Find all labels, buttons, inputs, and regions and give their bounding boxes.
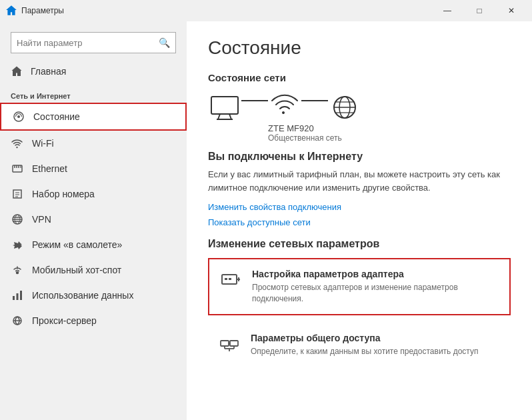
sidebar-item-wifi-label: Wi-Fi [32, 138, 54, 149]
sharing-settings-card[interactable]: Параметры общего доступа Определите, к к… [208, 323, 511, 367]
computer-icon-group [208, 94, 241, 121]
svg-rect-27 [225, 278, 227, 280]
dialup-icon [11, 187, 24, 201]
svg-rect-31 [221, 341, 229, 346]
sidebar-item-ethernet[interactable]: Ethernet [0, 156, 187, 181]
device-name: ZTE MF920 [268, 123, 511, 133]
home-label: Главная [31, 66, 66, 77]
sidebar-item-proxy[interactable]: Прокси-сервер [0, 308, 187, 333]
sidebar-item-status-label: Состояние [33, 111, 80, 122]
title-bar-left: Параметры [5, 5, 64, 17]
sidebar-item-datausage[interactable]: Использование данных [0, 283, 187, 308]
sidebar-item-ethernet-label: Ethernet [32, 163, 67, 174]
section-label: Сеть и Интернет [0, 84, 187, 103]
globe-icon [328, 94, 361, 121]
router-icon [268, 94, 301, 121]
sidebar-item-vpn[interactable]: VPN [0, 207, 187, 232]
sidebar-item-dialup[interactable]: Набор номера [0, 181, 187, 207]
airplane-icon [11, 238, 24, 251]
main-content: Состояние Состояние сети [187, 21, 532, 420]
svg-rect-32 [230, 341, 238, 346]
network-section-title: Состояние сети [208, 72, 511, 83]
sidebar-item-airplane[interactable]: Режим «в самолете» [0, 232, 187, 257]
svg-rect-28 [229, 278, 231, 280]
sidebar: 🔍 Главная Сеть и Интернет [0, 21, 187, 420]
adapter-description: Просмотр сетевых адаптеров и изменение п… [252, 282, 499, 305]
adapter-settings-card[interactable]: Настройка параметров адаптера Просмотр с… [208, 258, 511, 315]
svg-rect-14 [20, 291, 22, 300]
sidebar-item-wifi[interactable]: Wi-Fi [0, 131, 187, 156]
device-info: ZTE MF920 Общественная сеть [268, 123, 511, 143]
page-title: Состояние [208, 37, 511, 59]
datausage-icon [11, 289, 24, 302]
status-icon [12, 110, 25, 123]
close-button[interactable]: ✕ [496, 0, 527, 21]
app-icon [5, 5, 17, 17]
ethernet-icon [11, 162, 24, 175]
sidebar-item-hotspot[interactable]: Мобильный хот-спот [0, 257, 187, 283]
sidebar-item-datausage-label: Использование данных [32, 290, 133, 301]
svg-point-1 [17, 115, 20, 118]
net-line-1 [241, 100, 268, 101]
sidebar-item-vpn-label: VPN [32, 214, 51, 225]
proxy-icon [11, 314, 24, 327]
link-change-properties[interactable]: Изменить свойства подключения [208, 202, 511, 212]
search-icon: 🔍 [159, 37, 170, 48]
sidebar-item-airplane-label: Режим «в самолете» [32, 239, 122, 250]
sidebar-header: 🔍 [0, 21, 187, 59]
minimize-button[interactable]: — [432, 0, 463, 21]
wifi-icon [11, 137, 24, 150]
svg-line-18 [218, 114, 220, 119]
hotspot-icon [11, 263, 24, 277]
vpn-icon [11, 213, 24, 226]
sidebar-item-dialup-label: Набор номера [32, 189, 95, 199]
connected-title: Вы подключены к Интернету [208, 151, 511, 163]
adapter-icon [220, 270, 241, 291]
sharing-title: Параметры общего доступа [251, 333, 478, 343]
sidebar-item-hotspot-label: Мобильный хот-спот [32, 265, 121, 275]
window-title: Параметры [21, 6, 64, 15]
net-line-2 [301, 100, 328, 101]
sidebar-item-home[interactable]: Главная [0, 59, 187, 84]
search-box[interactable]: 🔍 [11, 32, 176, 53]
sidebar-item-proxy-label: Прокси-сервер [32, 315, 97, 326]
home-icon [11, 65, 23, 77]
svg-line-19 [229, 114, 231, 119]
change-section-title: Изменение сетевых параметров [208, 238, 511, 250]
search-input[interactable] [17, 38, 159, 48]
network-diagram [208, 94, 511, 121]
title-bar-controls: — □ ✕ [432, 0, 527, 21]
svg-rect-13 [17, 293, 19, 300]
network-type: Общественная сеть [268, 133, 511, 143]
svg-point-11 [17, 272, 19, 274]
maximize-button[interactable]: □ [464, 0, 495, 21]
sharing-card-text: Параметры общего доступа Определите, к к… [251, 333, 478, 357]
sidebar-item-status[interactable]: Состояние [0, 103, 187, 131]
router-icon-group [268, 94, 301, 121]
adapter-card-text: Настройка параметров адаптера Просмотр с… [252, 269, 499, 305]
window: Параметры — □ ✕ 🔍 Главная Сеть и Инте [0, 0, 532, 420]
content-area: 🔍 Главная Сеть и Интернет [0, 21, 532, 420]
adapter-title: Настройка параметров адаптера [252, 269, 499, 279]
title-bar: Параметры — □ ✕ [0, 0, 532, 21]
sharing-icon [219, 334, 240, 355]
sharing-description: Определите, к каким данным вы хотите пре… [251, 346, 478, 357]
globe-icon-group [328, 94, 361, 121]
svg-rect-17 [211, 97, 238, 114]
svg-rect-12 [13, 296, 15, 300]
computer-icon [208, 94, 241, 121]
link-show-networks[interactable]: Показать доступные сети [208, 217, 511, 227]
connected-description: Если у вас лимитный тарифный план, вы мо… [208, 168, 501, 194]
